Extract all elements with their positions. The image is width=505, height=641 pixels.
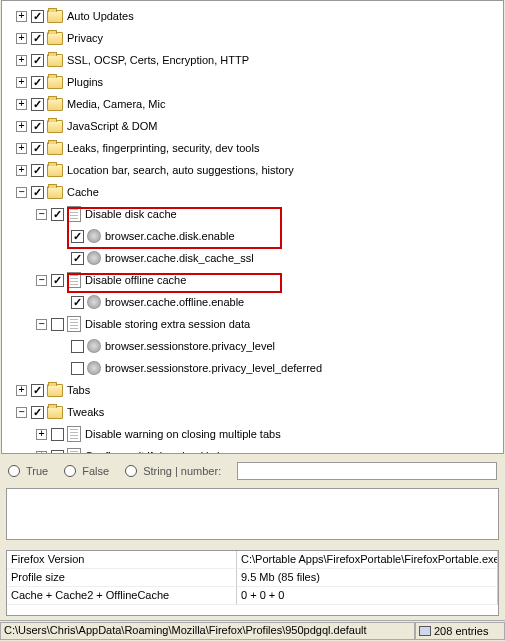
expander-icon[interactable]: + <box>16 165 27 176</box>
checkbox[interactable] <box>31 76 44 89</box>
sheet-icon <box>67 316 81 332</box>
tree-row-javascript[interactable]: + JavaScript & DOM <box>2 115 503 137</box>
checkbox[interactable] <box>31 406 44 419</box>
checkbox[interactable] <box>31 186 44 199</box>
gear-icon <box>87 251 101 265</box>
expander-icon[interactable]: + <box>16 11 27 22</box>
tree-row-locationbar[interactable]: + Location bar, search, auto suggestions… <box>2 159 503 181</box>
folder-icon <box>47 142 63 155</box>
tree-row-disable-warning-closing[interactable]: + Disable warning on closing multiple ta… <box>2 423 503 445</box>
status-entries: 208 entries <box>415 622 505 640</box>
expander-icon[interactable]: + <box>16 143 27 154</box>
tree-row-disable-storing-extra[interactable]: − Disable storing extra session data <box>2 313 503 335</box>
info-value: 9.5 Mb (85 files) <box>237 569 498 587</box>
gear-icon <box>87 295 101 309</box>
expander-spacer <box>56 363 67 374</box>
tree-row-disable-offline-cache[interactable]: − Disable offline cache <box>2 269 503 291</box>
tree-label: Cache <box>67 186 107 198</box>
tree-row-browser-sessionstore-privacy-deferred[interactable]: browser.sessionstore.privacy_level_defer… <box>2 357 503 379</box>
expander-icon[interactable]: − <box>16 407 27 418</box>
tree-row-confirm-quit[interactable]: + Confirm quit if download is in progres… <box>2 445 503 454</box>
radio-false[interactable] <box>64 465 76 477</box>
checkbox[interactable] <box>31 32 44 45</box>
tree-row-browser-cache-disk-enable[interactable]: browser.cache.disk.enable <box>2 225 503 247</box>
checkbox[interactable] <box>51 450 64 455</box>
folder-icon <box>47 384 63 397</box>
folder-icon <box>47 186 63 199</box>
tree-row-browser-sessionstore-privacy[interactable]: browser.sessionstore.privacy_level <box>2 335 503 357</box>
status-entries-label: 208 entries <box>434 625 488 637</box>
checkbox[interactable] <box>71 296 84 309</box>
expander-icon[interactable]: + <box>16 121 27 132</box>
tree-row-disable-disk-cache[interactable]: − Disable disk cache <box>2 203 503 225</box>
sheet-icon <box>67 426 81 442</box>
tree-row-privacy[interactable]: + Privacy <box>2 27 503 49</box>
tree-row-leaks[interactable]: + Leaks, fingerprinting, security, dev t… <box>2 137 503 159</box>
checkbox[interactable] <box>31 384 44 397</box>
folder-icon <box>47 98 63 111</box>
radio-true-label: True <box>26 465 48 477</box>
checkbox[interactable] <box>71 230 84 243</box>
radio-string-number[interactable] <box>125 465 137 477</box>
expander-icon[interactable]: + <box>16 55 27 66</box>
tree-row-tweaks[interactable]: − Tweaks <box>2 401 503 423</box>
tree-panel: + Auto Updates + Privacy + SSL, OCSP, Ce… <box>1 0 504 454</box>
tree-row-media[interactable]: + Media, Camera, Mic <box>2 93 503 115</box>
info-value: C:\Portable Apps\FirefoxPortable\Firefox… <box>237 551 498 569</box>
checkbox[interactable] <box>51 428 64 441</box>
checkbox[interactable] <box>51 318 64 331</box>
expander-icon[interactable]: + <box>36 451 47 455</box>
string-number-input[interactable] <box>237 462 497 480</box>
expander-spacer <box>56 253 67 264</box>
checkbox[interactable] <box>71 362 84 375</box>
checkbox[interactable] <box>31 98 44 111</box>
checkbox[interactable] <box>31 164 44 177</box>
checkbox[interactable] <box>31 142 44 155</box>
expander-icon[interactable]: − <box>36 319 47 330</box>
gear-icon <box>87 229 101 243</box>
tree-label: browser.cache.disk.enable <box>105 230 243 242</box>
info-key: Firefox Version <box>7 551 237 569</box>
expander-icon[interactable]: − <box>36 209 47 220</box>
tree-label: Tweaks <box>67 406 112 418</box>
tree-label: SSL, OCSP, Certs, Encryption, HTTP <box>67 54 257 66</box>
tree-row-auto-updates[interactable]: + Auto Updates <box>2 5 503 27</box>
tree-row-browser-cache-offline-enable[interactable]: browser.cache.offline.enable <box>2 291 503 313</box>
status-path: C:\Users\Chris\AppData\Roaming\Mozilla\F… <box>0 622 415 640</box>
radio-string-number-label: String | number: <box>143 465 221 477</box>
checkbox[interactable] <box>71 252 84 265</box>
description-panel <box>6 488 499 540</box>
expander-icon[interactable]: + <box>16 99 27 110</box>
checkbox[interactable] <box>51 274 64 287</box>
tree-row-plugins[interactable]: + Plugins <box>2 71 503 93</box>
expander-icon[interactable]: + <box>16 385 27 396</box>
expander-icon[interactable]: + <box>16 77 27 88</box>
tree-label: Disable disk cache <box>85 208 185 220</box>
folder-icon <box>47 10 63 23</box>
sheet-icon <box>67 206 81 222</box>
tree-row-cache[interactable]: − Cache <box>2 181 503 203</box>
folder-icon <box>47 76 63 89</box>
folder-icon <box>47 120 63 133</box>
tree-label: Disable warning on closing multiple tabs <box>85 428 289 440</box>
folder-icon <box>47 32 63 45</box>
tree-label: browser.cache.offline.enable <box>105 296 252 308</box>
expander-spacer <box>56 231 67 242</box>
checkbox[interactable] <box>31 120 44 133</box>
expander-icon[interactable]: + <box>16 33 27 44</box>
expander-icon[interactable]: − <box>36 275 47 286</box>
checkbox[interactable] <box>71 340 84 353</box>
info-table: Firefox Version C:\Portable Apps\Firefox… <box>6 550 499 616</box>
tree-row-browser-cache-disk-cache-ssl[interactable]: browser.cache.disk_cache_ssl <box>2 247 503 269</box>
tree-row-tabs[interactable]: + Tabs <box>2 379 503 401</box>
folder-icon <box>47 54 63 67</box>
gear-icon <box>87 339 101 353</box>
radio-true[interactable] <box>8 465 20 477</box>
expander-icon[interactable]: − <box>16 187 27 198</box>
tree-row-ssl[interactable]: + SSL, OCSP, Certs, Encryption, HTTP <box>2 49 503 71</box>
expander-icon[interactable]: + <box>36 429 47 440</box>
checkbox[interactable] <box>31 10 44 23</box>
tree-label: Disable offline cache <box>85 274 194 286</box>
checkbox[interactable] <box>31 54 44 67</box>
checkbox[interactable] <box>51 208 64 221</box>
